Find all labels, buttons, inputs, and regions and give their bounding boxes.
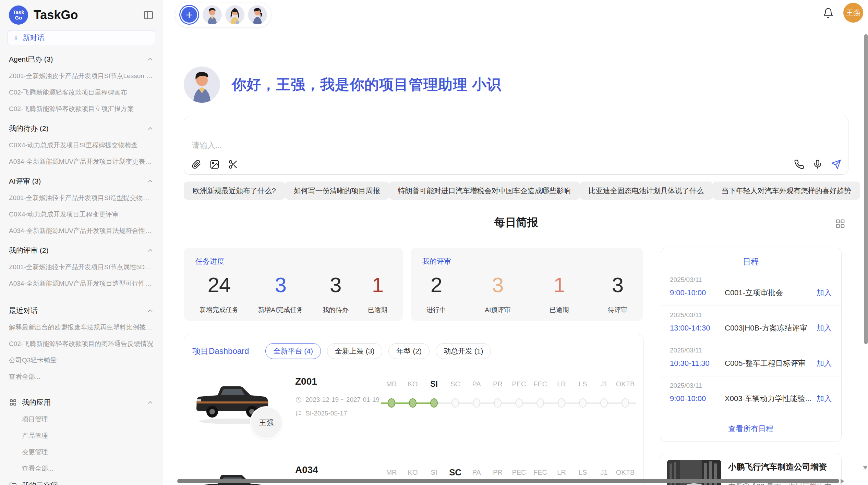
list-item[interactable]: A034-全新新能源MUV产品开发项目法规符合性评审 <box>7 223 156 239</box>
collapse-sidebar-icon[interactable] <box>143 10 154 21</box>
session-avatar-2[interactable] <box>225 5 244 24</box>
milestone-dot[interactable] <box>430 398 438 408</box>
milestone-dot[interactable] <box>622 398 629 408</box>
join-meeting-link[interactable]: 加入 <box>817 394 832 404</box>
my-apps-header[interactable]: 我的应用 <box>7 394 156 411</box>
milestone-dot[interactable] <box>388 398 395 408</box>
stat-label: AI预评审 <box>485 306 510 314</box>
chevron-up-icon[interactable] <box>146 55 154 63</box>
app-sub-item[interactable]: 查看全部... <box>7 460 156 477</box>
list-item[interactable]: Z001-全新燃油轻卡产品开发项目SI造型提交物评审 <box>7 190 156 206</box>
sidebar-link[interactable]: 我的云空间 <box>7 477 156 485</box>
chat-composer[interactable]: 请输入... <box>184 116 848 175</box>
add-session-button[interactable]: + <box>180 6 198 24</box>
dashboard-tab[interactable]: 全新上装 (3) <box>327 343 383 359</box>
scroll-down-arrow-icon[interactable] <box>863 466 868 470</box>
join-meeting-link[interactable]: 加入 <box>817 323 832 333</box>
new-chat-button[interactable]: + 新对话 <box>8 30 155 45</box>
stat-card-title: 任务进度 <box>195 257 391 266</box>
voice-call-icon[interactable] <box>794 159 804 170</box>
dashboard-tab[interactable]: 全新平台 (4) <box>265 343 321 359</box>
news-title: 小鹏飞行汽车制造公司增资 <box>728 461 834 472</box>
list-item[interactable]: A034-全新新能源MUV产品开发项目计划变更表编写 <box>7 153 156 170</box>
list-item[interactable]: 查看全部... <box>7 369 156 385</box>
list-item[interactable]: C0X4-动力总成开发项目工程变更评审 <box>7 206 156 223</box>
project-date-range: 2023-12-19 ~ 2027-01-19 <box>305 396 379 403</box>
milestone-dot[interactable] <box>600 398 608 408</box>
chevron-up-icon[interactable] <box>146 399 154 406</box>
user-avatar[interactable]: 王强 <box>843 3 863 23</box>
scroll-right-arrow-icon[interactable] <box>841 479 844 484</box>
suggestion-chip[interactable]: 当下年轻人对汽车外观有怎样的喜好趋势 <box>713 182 860 200</box>
list-item[interactable]: Z001-全新燃油皮卡产品开发项目SI节点Lesson Learn报告 <box>7 68 156 84</box>
milestone-dot[interactable] <box>537 398 544 408</box>
milestone-dot[interactable] <box>409 398 417 408</box>
stat-item: 3 AI预评审 <box>485 274 510 314</box>
session-avatar-1[interactable] <box>203 5 222 24</box>
greeting-text: 你好，王强，我是你的项目管理助理 小识 <box>232 75 502 94</box>
dashboard-tab[interactable]: 动总开发 (1) <box>436 343 491 359</box>
chevron-up-icon[interactable] <box>146 247 154 254</box>
milestone-label: LS <box>572 378 593 390</box>
section-header[interactable]: Agent已办 (3) <box>7 51 156 68</box>
list-item[interactable]: C02-飞腾新能源轻客改款项目里程碑画布 <box>7 84 156 101</box>
chevron-up-icon[interactable] <box>146 125 154 132</box>
flag-icon <box>295 410 302 417</box>
stat-label: 进行中 <box>426 306 446 314</box>
list-item[interactable]: C0X4-动力总成开发项目SI里程碑提交物检查 <box>7 137 156 153</box>
chevron-up-icon[interactable] <box>146 177 154 185</box>
app-sub-item[interactable]: 项目管理 <box>7 411 156 427</box>
milestone-dot[interactable] <box>515 398 523 408</box>
notification-bell-icon[interactable] <box>823 8 834 18</box>
list-item[interactable]: Z001-全新燃油轻卡产品开发项目SI节点属性5D文件评审 <box>7 259 156 275</box>
milestone-dot-cell <box>381 397 402 409</box>
suggestion-chip[interactable]: 比亚迪全固态电池计划具体说了什么 <box>580 182 713 200</box>
schedule-time: 9:00-10:00 <box>670 288 725 297</box>
stat-value: 2 <box>426 274 446 296</box>
schedule-date: 2025/03/11 <box>670 276 832 284</box>
stat-label: 新增AI完成任务 <box>258 306 303 314</box>
list-item[interactable]: 公司Q3轻卡销量 <box>7 352 156 369</box>
section-header[interactable]: 我的待办 (2) <box>7 120 156 137</box>
list-item[interactable]: C02-飞腾新能源轻客改款项目的闭环通告反馈情况 <box>7 336 156 352</box>
join-meeting-link[interactable]: 加入 <box>817 358 832 369</box>
suggestion-chip[interactable]: 欧洲新规最近颁布了什么? <box>184 182 285 200</box>
section-header[interactable]: AI评审 (3) <box>7 173 156 190</box>
stat-item: 1 已逾期 <box>550 274 569 314</box>
suggestion-chip[interactable]: 特朗普可能对进口汽车增税会对中国车企造成哪些影响 <box>389 182 580 200</box>
app-sub-item[interactable]: 变更管理 <box>7 444 156 460</box>
project-row[interactable]: 王强 Z001 2023-12-19 ~ 2027-01-19 SI-2025-… <box>192 375 635 447</box>
layout-grid-icon[interactable] <box>835 219 845 229</box>
app-sub-item[interactable]: 产品管理 <box>7 427 156 444</box>
list-item[interactable]: 解释最新出台的欧盟报废车法规再生塑料比例被调至15%... <box>7 319 156 336</box>
send-icon[interactable] <box>831 159 841 170</box>
scissors-icon[interactable] <box>228 159 238 170</box>
main-content: + 王强 你好，王强，我是你的项目管理助理 小识 请输入... <box>163 0 868 485</box>
suggestion-chip[interactable]: 如何写一份清晰的项目周报 <box>285 182 389 200</box>
milestone-dot[interactable] <box>473 398 480 408</box>
milestone-dot[interactable] <box>494 398 502 408</box>
chat-input[interactable]: 请输入... <box>192 140 329 151</box>
attachment-icon[interactable] <box>191 159 201 170</box>
horizontal-scrollbar[interactable] <box>177 479 839 483</box>
section-header[interactable]: 最近对话 <box>7 302 156 319</box>
join-meeting-link[interactable]: 加入 <box>817 288 832 298</box>
vertical-scrollbar[interactable] <box>864 34 868 344</box>
milestone-dot[interactable] <box>451 398 459 408</box>
dashboard-tab[interactable]: 年型 (2) <box>388 343 430 359</box>
schedule-list: 2025/03/11 9:00-10:00 C001-立项审批会 加入 2025… <box>660 271 841 411</box>
logo-line2: Go <box>15 15 22 21</box>
image-icon[interactable] <box>209 159 220 170</box>
schedule-date: 2025/03/11 <box>670 347 832 354</box>
list-item[interactable]: C02-飞腾新能源轻客改款项目立项汇报方案 <box>7 101 156 117</box>
microphone-icon[interactable] <box>812 159 823 170</box>
milestone-dot[interactable] <box>558 398 565 408</box>
assistant-avatar <box>184 66 220 103</box>
milestone-dot[interactable] <box>579 398 587 408</box>
section-header[interactable]: 我的评审 (2) <box>7 242 156 259</box>
view-all-schedule-link[interactable]: 查看所有日程 <box>660 424 841 434</box>
session-avatar-3[interactable] <box>248 5 267 24</box>
chevron-up-icon[interactable] <box>146 307 154 314</box>
stat-value: 3 <box>608 274 627 296</box>
list-item[interactable]: A034-全新新能源MUV产品开发项目造型可行性评审 <box>7 275 156 292</box>
